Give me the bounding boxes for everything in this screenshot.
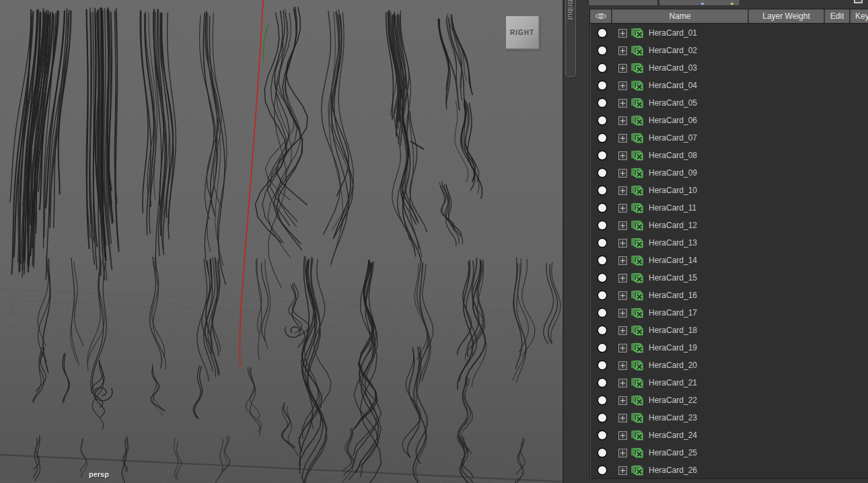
shape-row[interactable]: HeraCard_18 [590,322,868,339]
expand-icon[interactable] [618,204,627,213]
shape-row[interactable]: HeraCard_12 [590,217,868,234]
visibility-toggle[interactable] [598,291,606,299]
expand-icon[interactable] [618,291,627,300]
shape-name[interactable]: HeraCard_13 [649,238,697,248]
expand-icon[interactable] [618,134,627,143]
visibility-toggle[interactable] [598,169,606,177]
expand-icon[interactable] [618,309,627,318]
shape-row[interactable]: HeraCard_13 [590,234,868,252]
expand-icon[interactable] [618,29,627,38]
expand-icon[interactable] [618,169,627,178]
visibility-toggle[interactable] [598,46,606,54]
shape-row[interactable]: HeraCard_16 [590,287,868,304]
expand-icon[interactable] [618,449,627,457]
shape-name[interactable]: HeraCard_17 [649,308,697,318]
shape-row[interactable]: HeraCard_15 [590,269,868,287]
view-cube[interactable]: RIGHT [506,16,540,50]
shape-name[interactable]: HeraCard_10 [649,186,697,195]
visibility-toggle[interactable] [598,29,606,37]
visibility-toggle[interactable] [598,414,606,422]
shape-name[interactable]: HeraCard_11 [649,203,696,213]
expand-icon[interactable] [618,221,627,230]
visibility-toggle[interactable] [598,309,606,317]
shape-name[interactable]: HeraCard_15 [649,273,697,283]
shape-name[interactable]: HeraCard_07 [649,133,697,143]
shape-name[interactable]: HeraCard_06 [649,116,697,125]
visibility-toggle[interactable] [598,431,606,439]
expand-icon[interactable] [618,466,627,475]
window-icon[interactable] [854,0,863,3]
visibility-toggle[interactable] [598,151,606,159]
expand-icon[interactable] [618,99,627,108]
expand-icon[interactable] [618,274,627,283]
tab-attribute-editor[interactable]: Attribut [565,0,576,77]
expand-icon[interactable] [618,431,627,440]
shape-name[interactable]: HeraCard_14 [649,256,697,265]
shape-name[interactable]: HeraCard_04 [649,81,697,90]
shape-row[interactable]: HeraCard_09 [590,164,868,182]
visibility-toggle[interactable] [598,274,606,282]
expand-icon[interactable] [618,151,627,160]
expand-icon[interactable] [618,64,627,73]
shape-row[interactable]: HeraCard_11 [590,199,868,217]
expand-icon[interactable] [618,239,627,248]
expand-icon[interactable] [618,379,627,387]
shape-row[interactable]: HeraCard_08 [590,147,868,164]
shape-row[interactable]: HeraCard_07 [590,129,868,147]
shape-row[interactable]: HeraCard_25 [590,444,868,461]
visibility-toggle[interactable] [598,449,606,457]
shape-row[interactable]: HeraCard_01 [590,24,868,42]
shape-row[interactable]: HeraCard_26 [590,461,868,479]
expand-icon[interactable] [618,186,627,195]
shape-name[interactable]: HeraCard_25 [649,448,697,457]
shape-name[interactable]: HeraCard_23 [649,413,697,422]
shape-name[interactable]: HeraCard_21 [649,378,697,387]
visibility-toggle[interactable] [598,326,606,334]
toolbar-button-stub[interactable] [588,0,658,6]
shape-name[interactable]: HeraCard_09 [649,168,697,178]
shape-name[interactable]: HeraCard_16 [649,291,697,300]
shape-row[interactable]: HeraCard_22 [590,392,868,409]
shape-name[interactable]: HeraCard_01 [649,28,697,38]
visibility-toggle[interactable] [598,344,606,352]
shape-row[interactable]: HeraCard_17 [590,304,868,322]
visibility-toggle[interactable] [598,134,606,142]
shape-row[interactable]: HeraCard_06 [590,112,868,129]
shape-name[interactable]: HeraCard_22 [649,396,697,405]
expand-icon[interactable] [618,81,627,90]
shape-row[interactable]: HeraCard_14 [590,252,868,269]
shape-row[interactable]: HeraCard_23 [590,409,868,426]
expand-icon[interactable] [618,344,627,352]
shape-name[interactable]: HeraCard_05 [649,98,697,108]
visibility-toggle[interactable] [598,379,606,387]
visibility-toggle[interactable] [598,81,606,89]
shape-name[interactable]: HeraCard_26 [649,466,697,475]
shape-row[interactable]: HeraCard_04 [590,77,868,94]
shape-row[interactable]: HeraCard_02 [590,42,868,59]
visibility-toggle[interactable] [598,221,606,229]
visibility-toggle[interactable] [598,239,606,247]
visibility-toggle[interactable] [598,361,606,369]
shape-row[interactable]: HeraCard_24 [590,426,868,444]
expand-icon[interactable] [618,414,627,422]
expand-icon[interactable] [618,46,627,55]
visibility-toggle[interactable] [598,186,606,194]
toolbar-dropdown-stub[interactable] [659,0,740,6]
shape-name[interactable]: HeraCard_12 [649,221,697,230]
visibility-toggle[interactable] [598,256,606,264]
visibility-toggle[interactable] [598,116,606,124]
shape-row[interactable]: HeraCard_10 [590,182,868,199]
shape-row[interactable]: HeraCard_21 [590,374,868,392]
expand-icon[interactable] [618,256,627,265]
shape-name[interactable]: HeraCard_08 [649,151,697,160]
shape-name[interactable]: HeraCard_24 [649,431,697,440]
visibility-toggle[interactable] [598,396,606,404]
viewport-3d[interactable]: RIGHT persp [0,0,563,483]
shape-row[interactable]: HeraCard_20 [590,357,868,374]
visibility-toggle[interactable] [598,99,606,107]
shape-name[interactable]: HeraCard_20 [649,361,697,370]
shape-row[interactable]: HeraCard_19 [590,339,868,357]
expand-icon[interactable] [618,326,627,335]
expand-icon[interactable] [618,361,627,370]
shape-name[interactable]: HeraCard_02 [649,46,697,55]
